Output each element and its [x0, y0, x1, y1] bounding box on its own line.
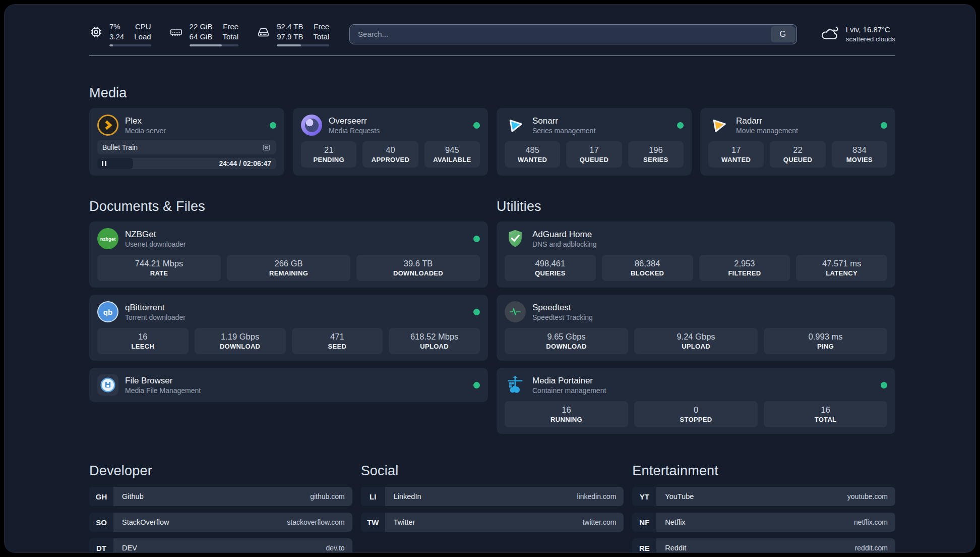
app-card-media-portainer[interactable]: Media Portainer Container management 16R… [497, 368, 895, 434]
search-bar: G [349, 24, 797, 44]
stat-box: 39.6 TBDOWNLOADED [356, 255, 480, 281]
app-card-plex[interactable]: Plex Media server Bullet Train 24:44 / 0… [89, 108, 284, 176]
dashboard: 7% 3.24 CPU Load 22 GiB [4, 4, 976, 553]
section-title-documents: Documents & Files [89, 199, 488, 214]
ram-values: 22 GiB 64 GiB [190, 22, 213, 41]
bookmark-name: LinkedIn [385, 487, 421, 506]
playback-time: 24:44 / 02:06:47 [219, 158, 271, 169]
bookmark-url: dev.to [326, 538, 352, 553]
now-playing-title: Bullet Train [102, 143, 138, 151]
app-name: Speedtest [532, 302, 593, 313]
status-online-dot [270, 122, 276, 129]
disk-labels: Free Total [313, 22, 329, 41]
stat-box: 0.993 msPING [764, 328, 887, 354]
bookmark-abbr: RE [632, 538, 656, 553]
bookmark-url: netflix.com [854, 513, 895, 532]
app-name: Sonarr [532, 116, 595, 126]
header: 7% 3.24 CPU Load 22 GiB [89, 22, 895, 46]
app-card-sonarr[interactable]: Sonarr Series management 485WANTED 17QUE… [497, 108, 692, 176]
status-online-dot [881, 122, 887, 129]
disk-values: 52.4 TB 97.9 TB [277, 22, 303, 41]
app-subtitle: Speedtest Tracking [532, 313, 593, 322]
stat-box: 16RUNNING [505, 401, 628, 427]
google-search-button[interactable]: G [771, 26, 795, 42]
stat-box: 16TOTAL [764, 401, 887, 427]
speedtest-icon [505, 301, 526, 322]
stat-box: 1.19 GbpsDOWNLOAD [195, 328, 286, 354]
app-subtitle: Media Requests [329, 126, 380, 135]
bookmark-name: DEV [113, 538, 137, 553]
app-card-adguard-home[interactable]: AdGuard Home DNS and adblocking 498,461Q… [497, 221, 895, 288]
overseerr-icon [301, 115, 322, 136]
playback-progress-track: 24:44 / 02:06:47 [97, 158, 276, 169]
bookmark-url: github.com [310, 487, 352, 506]
bookmark-name: Netflix [656, 513, 685, 532]
stat-box: 47.571 msLATENCY [796, 255, 887, 281]
app-card-speedtest[interactable]: Speedtest Speedtest Tracking 9.65 GbpsDO… [497, 295, 895, 361]
cpu-icon [89, 25, 103, 41]
bookmark-netflix[interactable]: NF Netflix netflix.com [632, 513, 895, 532]
stat-box: 16LEECH [97, 328, 189, 354]
bookmark-github[interactable]: GH Github github.com [89, 487, 352, 506]
filebrowser-icon [97, 374, 118, 396]
app-name: File Browser [125, 375, 201, 386]
app-name: AdGuard Home [532, 229, 597, 240]
section-social: Social LI LinkedIn linkedin.com TW Twitt… [361, 463, 624, 532]
session-camera-icon[interactable] [262, 143, 271, 152]
adguard-icon [505, 228, 526, 249]
stat-box: 2,953FILTERED [699, 255, 790, 281]
stat-box: 0STOPPED [634, 401, 758, 427]
app-card-qbittorrent[interactable]: qb qBittorrent Torrent downloader 16LEEC… [89, 295, 488, 361]
stat-box: 17WANTED [708, 141, 764, 168]
section-utilities: Utilities AdGuard Home DNS and adblockin… [497, 199, 895, 434]
stat-box: 945AVAILABLE [424, 141, 480, 168]
portainer-icon [505, 374, 526, 396]
stat-box: 744.21 MbpsRATE [97, 255, 221, 281]
status-online-dot [473, 382, 480, 388]
bookmark-abbr: YT [632, 487, 656, 506]
app-card-file-browser[interactable]: File Browser Media File Management [89, 368, 488, 402]
cloud-icon [820, 25, 839, 44]
section-title-utilities: Utilities [497, 199, 895, 214]
bookmark-abbr: SO [89, 513, 113, 532]
pause-button[interactable] [97, 158, 133, 169]
section-title-social: Social [361, 463, 624, 479]
stat-box: 17QUEUED [566, 141, 622, 168]
app-subtitle: Torrent downloader [125, 313, 186, 322]
app-card-nzbget[interactable]: nzbget NZBGet Usenet downloader 744.21 M… [89, 221, 488, 288]
section-title-entertainment: Entertainment [632, 463, 895, 479]
search-input[interactable] [350, 30, 769, 38]
app-card-radarr[interactable]: Radarr Movie management 17WANTED 22QUEUE… [700, 108, 895, 176]
stat-box: 266 GBREMAINING [227, 255, 350, 281]
bookmark-linkedin[interactable]: LI LinkedIn linkedin.com [361, 487, 624, 506]
bookmark-stackoverflow[interactable]: SO StackOverflow stackoverflow.com [89, 513, 352, 532]
bookmark-twitter[interactable]: TW Twitter twitter.com [361, 513, 624, 532]
plex-icon [97, 115, 118, 136]
disk-stat: 52.4 TB 97.9 TB Free Total [257, 22, 329, 46]
bookmark-dev[interactable]: DT DEV dev.to [89, 538, 352, 553]
bookmark-youtube[interactable]: YT YouTube youtube.com [632, 487, 895, 506]
cpu-stat: 7% 3.24 CPU Load [89, 22, 151, 46]
ram-progress-bar [190, 44, 239, 46]
stat-box: 618.52 MbpsUPLOAD [389, 328, 480, 354]
nzbget-icon: nzbget [97, 228, 118, 249]
bookmark-url: linkedin.com [577, 487, 624, 506]
bookmark-abbr: GH [89, 487, 113, 506]
stat-box: 40APPROVED [362, 141, 418, 168]
section-title-media: Media [89, 85, 895, 101]
app-name: Radarr [736, 116, 798, 126]
bookmark-url: reddit.com [855, 538, 895, 553]
app-card-overseerr[interactable]: Overseerr Media Requests 21PENDING 40APP… [293, 108, 488, 176]
app-name: Plex [125, 116, 166, 126]
bookmark-abbr: NF [632, 513, 656, 532]
bookmark-abbr: LI [361, 487, 385, 506]
weather-widget: Lviv, 16.87°C scattered clouds [820, 25, 895, 44]
bookmark-reddit[interactable]: RE Reddit reddit.com [632, 538, 895, 553]
stat-box: 196SERIES [628, 141, 684, 168]
stat-box: 471SEED [292, 328, 383, 354]
weather-location: Lviv, 16.87°C [846, 25, 895, 35]
now-playing-row: Bullet Train [97, 140, 276, 154]
app-name: NZBGet [125, 229, 186, 240]
qbittorrent-icon: qb [97, 301, 118, 322]
section-developer: Developer GH Github github.com SO StackO… [89, 463, 352, 553]
